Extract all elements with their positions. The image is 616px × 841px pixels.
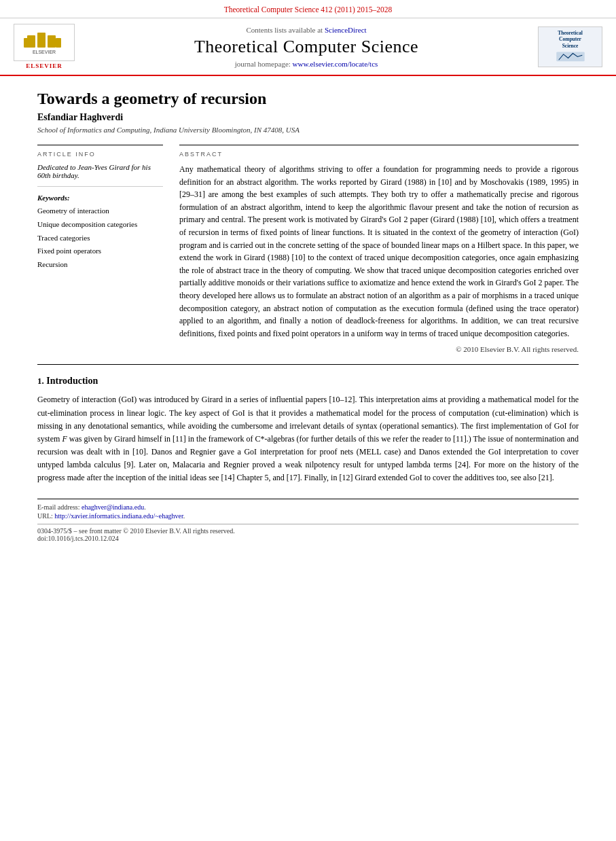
footer-license: 0304-3975/$ – see front matter © 2010 El… bbox=[37, 524, 579, 542]
keywords-list: Geometry of interaction Unique decomposi… bbox=[37, 204, 163, 272]
svg-rect-2 bbox=[48, 35, 56, 48]
elsevier-logo-box: ELSEVIER bbox=[14, 24, 75, 61]
keyword-1: Geometry of interaction bbox=[37, 204, 163, 218]
main-content: Towards a geometry of recursion Esfandia… bbox=[0, 76, 616, 556]
abstract-text: Any mathematical theory of algorithms st… bbox=[179, 163, 579, 340]
journal-header: ELSEVIER ELSEVIER Contents lists availab… bbox=[0, 18, 616, 76]
contents-label: Contents lists available at bbox=[246, 26, 323, 34]
elsevier-wordmark: ELSEVIER bbox=[26, 62, 62, 69]
journal-citation-link[interactable]: Theoretical Computer Science 412 (2011) … bbox=[224, 5, 393, 14]
top-bar: Theoretical Computer Science 412 (2011) … bbox=[0, 0, 616, 18]
journal-title: Theoretical Computer Science bbox=[81, 37, 531, 57]
sciencedirect-line: Contents lists available at ScienceDirec… bbox=[81, 26, 531, 34]
elsevier-emblem-icon: ELSEVIER bbox=[24, 30, 65, 56]
article-affiliation: School of Informatics and Computing, Ind… bbox=[37, 126, 579, 134]
abstract-box: ABSTRACT Any mathematical theory of algo… bbox=[179, 145, 579, 353]
section-divider bbox=[37, 364, 579, 365]
doi-text: doi:10.1016/j.tcs.2010.12.024 bbox=[37, 535, 579, 542]
tcs-journal-logo: TheoreticalComputerScience bbox=[538, 26, 602, 67]
keyword-5: Recursion bbox=[37, 258, 163, 272]
svg-rect-6 bbox=[556, 52, 585, 61]
tcs-logo-graphic bbox=[547, 50, 594, 64]
homepage-label: journal homepage: bbox=[235, 60, 291, 68]
section-1-paragraph-1: Geometry of interaction (GoI) was introd… bbox=[37, 393, 579, 484]
abstract-header: ABSTRACT bbox=[179, 151, 579, 158]
article-info-header: ARTICLE INFO bbox=[37, 151, 163, 158]
abstract-column: ABSTRACT Any mathematical theory of algo… bbox=[179, 145, 579, 353]
footer-email: E-mail address: ehaghver@indiana.edu. bbox=[37, 503, 579, 511]
footer-url: URL: http://xavier.informatics.indiana.e… bbox=[37, 512, 579, 520]
url-link[interactable]: http://xavier.informatics.indiana.edu/~e… bbox=[54, 512, 183, 520]
keywords-label: Keywords: bbox=[37, 194, 163, 202]
section-1-number: 1. bbox=[37, 376, 44, 386]
homepage-link[interactable]: www.elsevier.com/locate/tcs bbox=[293, 60, 378, 68]
article-author: Esfandiar Haghverdi bbox=[37, 112, 579, 123]
article-info-column: ARTICLE INFO Dedicated to Jean-Yves Gira… bbox=[37, 145, 163, 353]
url-label: URL: bbox=[37, 512, 53, 520]
article-info-abstract-section: ARTICLE INFO Dedicated to Jean-Yves Gira… bbox=[37, 145, 579, 353]
article-info-box: ARTICLE INFO Dedicated to Jean-Yves Gira… bbox=[37, 145, 163, 272]
svg-rect-3 bbox=[56, 38, 61, 48]
dedication-text: Dedicated to Jean-Yves Girard for his 60… bbox=[37, 163, 163, 187]
svg-text:ELSEVIER: ELSEVIER bbox=[33, 50, 56, 54]
email-link[interactable]: ehaghver@indiana.edu bbox=[81, 503, 144, 511]
elsevier-logo: ELSEVIER ELSEVIER bbox=[14, 24, 75, 69]
abstract-copyright: © 2010 Elsevier B.V. All rights reserved… bbox=[179, 345, 579, 353]
section-1-title: 1. Introduction bbox=[37, 376, 579, 387]
sciencedirect-link[interactable]: ScienceDirect bbox=[325, 26, 367, 34]
keyword-3: Traced categories bbox=[37, 232, 163, 245]
license-text: 0304-3975/$ – see front matter © 2010 El… bbox=[37, 527, 579, 535]
keyword-2: Unique decomposition categories bbox=[37, 218, 163, 232]
footer-area: E-mail address: ehaghver@indiana.edu. UR… bbox=[37, 499, 579, 542]
journal-header-center: Contents lists available at ScienceDirec… bbox=[81, 26, 531, 68]
email-label: E-mail address: bbox=[37, 503, 79, 511]
article-title: Towards a geometry of recursion bbox=[37, 90, 579, 108]
svg-rect-4 bbox=[24, 38, 29, 48]
keyword-4: Fixed point operators bbox=[37, 245, 163, 258]
svg-rect-1 bbox=[37, 33, 46, 48]
journal-homepage: journal homepage: www.elsevier.com/locat… bbox=[81, 60, 531, 68]
tcs-logo-title: TheoreticalComputerScience bbox=[558, 30, 583, 50]
section-1-label: Introduction bbox=[46, 376, 98, 386]
